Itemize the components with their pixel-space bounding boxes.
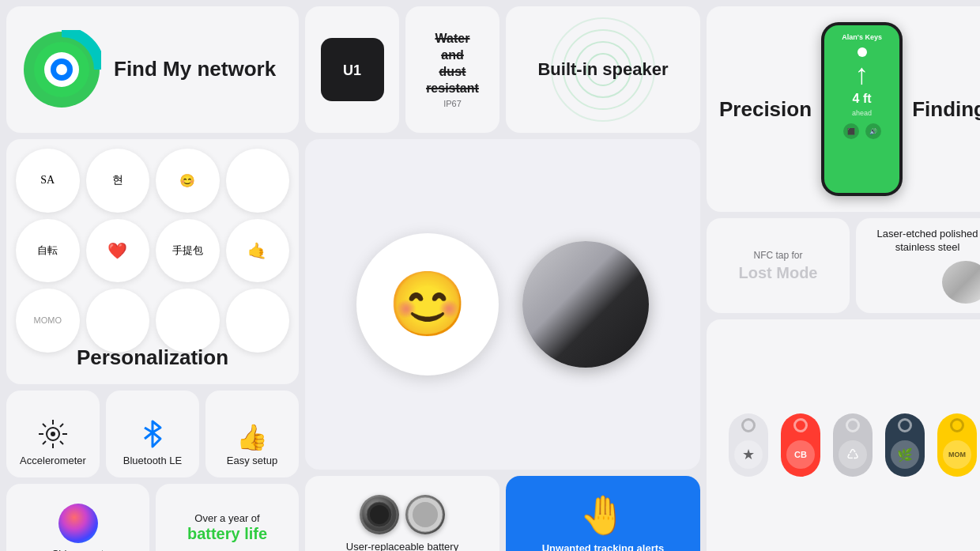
svg-point-23 (370, 505, 389, 524)
phone-controls: ⬛ 🔊 (843, 123, 881, 139)
fob-emblem-cb: CB (786, 440, 815, 469)
svg-point-4 (56, 64, 67, 75)
stainless-circle-icon (942, 261, 980, 304)
siri-label: Siri support (52, 548, 104, 551)
accessory-white: ★ (729, 413, 768, 477)
easy-setup-label: Easy setup (227, 455, 277, 466)
nfc-card: NFC tap for Lost Mode (707, 218, 850, 313)
stainless-card: Laser-etched polished stainless steel (856, 218, 980, 313)
speaker-card: Built-in speaker (506, 6, 700, 133)
precision-finding-card: Precision Alan's Keys ↑ 4 ft ahead ⬛ 🔊 F… (707, 6, 980, 212)
emoji-item: 😊 (156, 149, 220, 213)
accessory-red: CB (781, 413, 820, 477)
find-my-card: Find My network (6, 6, 299, 133)
tracking-label: Unwanted tracking alerts (542, 542, 665, 552)
tracking-card: 🤚 Unwanted tracking alerts (506, 476, 700, 551)
phone-ctrl-1: ⬛ (843, 123, 859, 139)
thumbs-up-icon: 👍 (236, 425, 268, 450)
battery-replace-label: User-replaceable battery (346, 541, 458, 552)
svg-point-14 (51, 432, 55, 436)
emoji-item (86, 289, 150, 353)
easy-setup-card: 👍 Easy setup (205, 391, 299, 477)
phone-screen: Alan's Keys ↑ 4 ft ahead ⬛ 🔊 (824, 25, 899, 193)
emoji-item: MOMO (16, 289, 80, 353)
right-column: Precision Alan's Keys ↑ 4 ft ahead ⬛ 🔊 F… (707, 6, 980, 551)
battery-replace-card: User-replaceable battery (305, 476, 499, 551)
airtag-bottom-icon (405, 495, 445, 534)
svg-line-11 (43, 441, 46, 444)
emoji-item: ❤️ (86, 219, 150, 283)
feature-icons-row1: Accelerometer Bluetooth LE 👍 Easy setup (6, 391, 299, 477)
emoji-item: 🤙 (226, 219, 290, 283)
emoji-grid: SA 현 😊 自転 ❤️ 手提包 🤙 MOMO (6, 139, 299, 321)
precision-left-label: Precision (719, 97, 812, 122)
stainless-label: Laser-etched polished stainless steel (865, 228, 980, 255)
mid-column: U1 Wateranddustresistant IP67 Bu (305, 6, 700, 551)
accessories-card: ★ CB ♺ (707, 319, 980, 551)
fob-ring-navy (898, 418, 912, 432)
fob-ring-red (793, 418, 808, 432)
water-card: Wateranddustresistant IP67 (405, 6, 499, 133)
find-my-title: Find My network (114, 57, 276, 81)
fob-ring-gray (846, 418, 860, 432)
accessory-navy: 🌿 (885, 413, 925, 477)
accelerometer-card: Accelerometer (6, 391, 100, 477)
bluetooth-card: Bluetooth LE (106, 391, 199, 477)
finding-right-label: Finding (912, 97, 980, 122)
key-fob-gray: ♺ (833, 413, 873, 477)
top-row-mid: U1 Wateranddustresistant IP67 Bu (305, 6, 700, 133)
siri-card: Siri support (6, 484, 149, 551)
find-my-icon (22, 30, 101, 109)
key-fob-navy: 🌿 (885, 413, 925, 477)
airtag-front: 😊 (356, 233, 499, 376)
phone-title: Alan's Keys (842, 33, 882, 41)
battery-over-label: Over a year of (194, 512, 259, 524)
emoji-item: 自転 (16, 219, 80, 283)
bluetooth-icon (137, 418, 168, 450)
phone-ctrl-2: 🔊 (865, 123, 881, 139)
siri-icon (58, 504, 98, 543)
hand-icon: 🤚 (579, 493, 627, 538)
svg-point-25 (413, 502, 438, 527)
key-fob-yellow: MOM (937, 413, 977, 477)
key-fob-white: ★ (729, 413, 768, 477)
emoji-item (226, 289, 290, 353)
nfc-tap-label: NFC tap for (753, 250, 802, 261)
phone-mockup: Alan's Keys ↑ 4 ft ahead ⬛ 🔊 (821, 22, 903, 196)
battery-card: Over a year of battery life (156, 484, 299, 551)
main-grid: Find My network SA 현 😊 自転 ❤️ 手提包 🤙 MOMO … (0, 0, 980, 551)
fob-emblem-mom: MOM (943, 440, 971, 469)
emoji-item: 手提包 (156, 219, 220, 283)
accessory-yellow: MOM (937, 413, 977, 477)
fob-emblem-recycle: ♺ (839, 440, 867, 469)
bluetooth-label: Bluetooth LE (123, 455, 182, 466)
emoji-item (226, 149, 290, 213)
svg-line-12 (60, 441, 63, 444)
svg-line-9 (43, 424, 46, 427)
phone-dot (858, 47, 867, 57)
bottom-row-mid: User-replaceable battery 🤚 Unwanted trac… (305, 476, 700, 551)
phone-distance: 4 ft (853, 92, 872, 106)
feature-row2: Siri support Over a year of battery life (6, 484, 299, 551)
battery-life-label: battery life (187, 524, 267, 543)
u1-text: U1 (343, 62, 361, 79)
ip67-label: IP67 (443, 99, 462, 108)
nfc-stainless-row: NFC tap for Lost Mode Laser-etched polis… (707, 218, 980, 313)
water-text: Wateranddustresistant (426, 31, 479, 96)
svg-line-10 (60, 424, 63, 427)
accelerometer-icon (37, 418, 69, 450)
lost-mode-label: Lost Mode (739, 264, 818, 282)
personalization-card: SA 현 😊 自転 ❤️ 手提包 🤙 MOMO Personalization (6, 139, 299, 384)
phone-ahead: ahead (852, 109, 872, 117)
accessory-gray: ♺ (833, 413, 873, 477)
emoji-item: SA (16, 149, 80, 213)
arrow-up-icon: ↑ (855, 60, 869, 89)
speaker-title: Built-in speaker (537, 59, 668, 80)
u1-card: U1 (305, 6, 399, 133)
fob-ring-yellow (950, 418, 964, 432)
key-fob-red: CB (781, 413, 820, 477)
u1-chip: U1 (321, 38, 384, 101)
airtag-back (522, 241, 649, 368)
fob-emblem-star: ★ (734, 440, 763, 469)
emoji-item: 현 (86, 149, 150, 213)
